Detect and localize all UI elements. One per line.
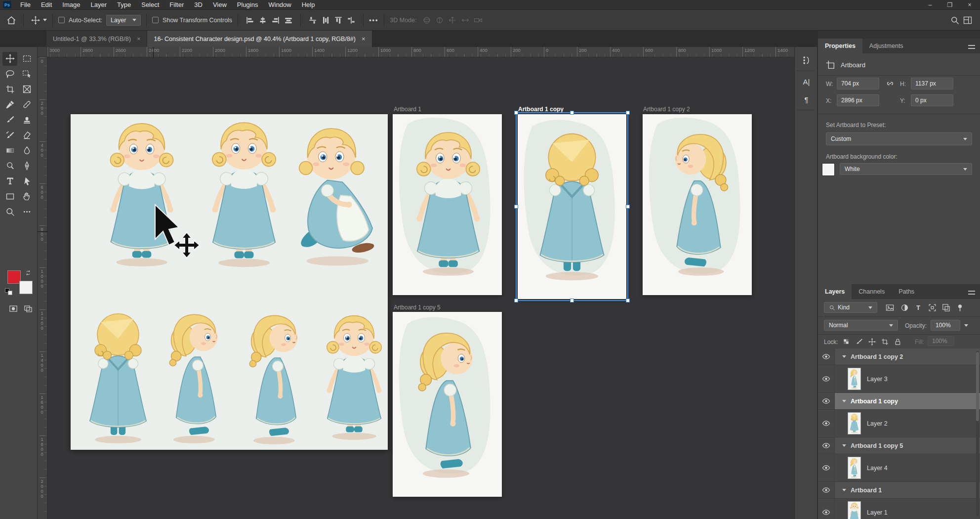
artboard-bg-swatch[interactable] [822, 163, 835, 176]
tool-button[interactable] [2, 98, 17, 112]
tool-button[interactable] [19, 190, 34, 204]
artboard-label-selected[interactable]: Artboard 1 copy [518, 106, 564, 114]
x-field[interactable]: 2896 px [837, 94, 879, 106]
tool-button[interactable] [2, 113, 17, 127]
chevron-down-icon[interactable] [964, 324, 968, 327]
artboard-1[interactable] [393, 114, 502, 295]
menu-item[interactable]: Select [141, 1, 159, 8]
layer-name[interactable]: Artboard 1 copy 2 [851, 353, 903, 360]
layer-name[interactable]: Artboard 1 copy [851, 398, 898, 405]
tool-button[interactable] [2, 83, 17, 96]
blend-mode-dropdown[interactable]: Normal [824, 320, 898, 331]
layer-name[interactable]: Artboard 1 copy 5 [851, 442, 903, 449]
distribute-horizontal-icon[interactable] [306, 14, 319, 26]
menu-item[interactable]: Edit [41, 1, 52, 8]
layer-name[interactable]: Layer 1 [867, 509, 888, 516]
menu-item[interactable]: Plugins [237, 1, 258, 8]
panel-menu-icon[interactable] [968, 45, 975, 49]
tool-button[interactable] [19, 144, 34, 158]
layer-row[interactable]: Layer 4 [818, 454, 980, 482]
visibility-toggle[interactable] [818, 393, 835, 409]
tool-button[interactable] [19, 159, 34, 173]
layer-thumbnail[interactable] [848, 412, 861, 434]
filter-adjustment-layers-icon[interactable] [898, 302, 911, 313]
visibility-toggle[interactable] [818, 454, 835, 481]
artboard-label[interactable]: Artboard 1 [394, 106, 421, 114]
layer-row[interactable]: Layer 1 [818, 499, 980, 519]
lock-transparent-icon[interactable] [840, 336, 853, 347]
layer-name[interactable]: Layer 2 [867, 420, 888, 427]
tab-properties[interactable]: Properties [818, 39, 862, 53]
lock-artboard-icon[interactable] [878, 336, 891, 347]
menu-item[interactable]: Image [62, 1, 80, 8]
tool-button[interactable] [19, 52, 34, 66]
tool-button[interactable] [2, 129, 17, 142]
link-dimensions-icon[interactable] [885, 79, 895, 88]
tool-button[interactable] [2, 205, 17, 219]
layer-row[interactable]: Artboard 1 copy 2 [818, 348, 980, 365]
layer-thumbnail[interactable] [848, 368, 861, 390]
tab-layers[interactable]: Layers [818, 284, 852, 299]
background-color-dropdown[interactable]: White [840, 163, 972, 175]
menu-item[interactable]: 3D [194, 1, 203, 8]
tool-button[interactable] [19, 205, 34, 219]
chevron-down-icon[interactable] [842, 400, 846, 402]
menu-item[interactable]: Filter [169, 1, 184, 8]
width-field[interactable]: 704 px [837, 78, 879, 89]
filter-type-layers-icon[interactable]: T [912, 302, 925, 313]
swap-colors-icon[interactable] [25, 269, 32, 276]
move-tool-icon[interactable] [29, 14, 42, 26]
tool-button[interactable] [19, 113, 34, 127]
tab-close-icon[interactable]: × [137, 35, 141, 43]
chevron-down-icon[interactable] [842, 355, 846, 358]
tool-button[interactable] [19, 129, 34, 142]
artboard-1-copy[interactable] [518, 114, 626, 299]
artboard-1-copy-2[interactable] [643, 114, 752, 295]
layer-name[interactable]: Layer 4 [867, 465, 888, 472]
tab-paths[interactable]: Paths [892, 284, 921, 299]
layer-thumbnail[interactable] [848, 501, 861, 519]
show-transform-checkbox[interactable] [152, 17, 159, 23]
distribute-center-icon[interactable] [345, 14, 358, 26]
layer-row[interactable]: Artboard 1 copy [818, 393, 980, 410]
tool-button[interactable] [19, 98, 34, 112]
tool-button[interactable] [19, 174, 34, 188]
align-center-icon[interactable] [256, 14, 269, 26]
document-tab[interactable]: 16- Consistent Character design.psd @ 40… [147, 31, 372, 47]
tool-button[interactable] [2, 52, 17, 66]
kind-filter-dropdown[interactable]: Kind [824, 302, 877, 313]
tab-close-icon[interactable]: × [362, 35, 366, 43]
character-sheet-image[interactable] [71, 114, 388, 450]
panel-menu-icon[interactable] [968, 291, 975, 295]
chevron-down-icon[interactable] [43, 19, 47, 21]
minimize-button[interactable]: – [927, 1, 934, 8]
distribute-left-icon[interactable] [332, 14, 345, 26]
layer-name[interactable]: Artboard 1 [851, 487, 882, 494]
menu-item[interactable]: Help [302, 1, 315, 8]
layer-row[interactable]: Layer 2 [818, 410, 980, 437]
menu-item[interactable]: Type [117, 1, 131, 8]
tab-adjustments[interactable]: Adjustments [862, 39, 910, 53]
lock-position-icon[interactable] [865, 336, 878, 347]
tool-button[interactable] [2, 144, 17, 158]
artboard-label[interactable]: Artboard 1 copy 5 [394, 304, 441, 312]
filter-smart-objects-icon[interactable] [939, 302, 952, 313]
chevron-down-icon[interactable] [842, 489, 846, 491]
layer-thumbnail[interactable] [848, 457, 861, 479]
align-left-icon[interactable] [244, 14, 256, 26]
y-field[interactable]: 0 px [911, 94, 953, 106]
auto-select-target-dropdown[interactable]: Layer [106, 15, 141, 26]
filter-pin-icon[interactable] [953, 302, 966, 313]
visibility-toggle[interactable] [818, 482, 835, 498]
menu-item[interactable]: File [20, 1, 31, 8]
auto-select-checkbox[interactable] [58, 17, 65, 23]
visibility-toggle[interactable] [818, 499, 835, 519]
tool-button[interactable] [2, 159, 17, 173]
background-color-swatch[interactable] [19, 281, 33, 294]
preset-dropdown[interactable]: Custom [826, 132, 972, 145]
artboard-1-copy-5[interactable] [393, 312, 502, 497]
lock-all-icon[interactable] [891, 336, 904, 347]
height-field[interactable]: 1137 px [911, 78, 953, 89]
distribute-vertical-icon[interactable] [319, 14, 332, 26]
menu-item[interactable]: Window [268, 1, 291, 8]
